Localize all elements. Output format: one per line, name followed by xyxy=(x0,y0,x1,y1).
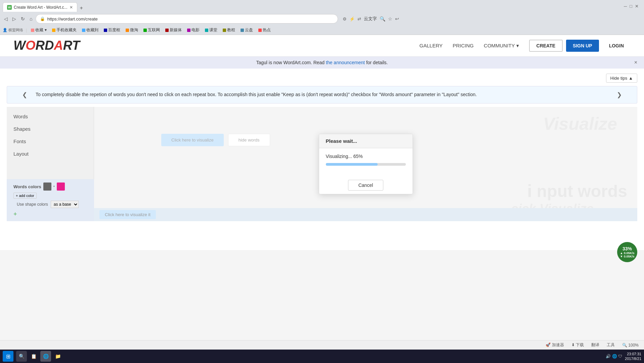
bookmark-cloud[interactable]: 云盘 xyxy=(239,27,254,34)
color-swatch-gray[interactable] xyxy=(43,183,51,191)
fonts-tab[interactable]: Fonts xyxy=(7,135,94,148)
bookmark-icon-weitao xyxy=(126,29,129,32)
left-panel: Words Shapes Fonts Layout Words colors • xyxy=(7,107,94,221)
zoom-level: 🔍 100% xyxy=(620,342,641,348)
new-tab-button[interactable]: + xyxy=(77,4,86,12)
community-link[interactable]: COMMUNITY ▾ xyxy=(484,43,519,49)
bookmark-newmedia[interactable]: 新媒体 xyxy=(164,27,183,34)
color-dot: • xyxy=(53,184,55,189)
add-color-btn[interactable]: + add color xyxy=(13,193,37,199)
close-announcement-btn[interactable]: × xyxy=(634,59,637,66)
bookmark-icon-cloud xyxy=(241,29,244,32)
search-icon[interactable]: 🔍 xyxy=(380,16,385,22)
window-controls: ─ □ ✕ xyxy=(624,4,639,9)
close-btn[interactable]: ✕ xyxy=(635,4,639,9)
bookmark-internet[interactable]: 互联网 xyxy=(142,27,161,34)
shape-colors-row: Use shape colors as a base xyxy=(13,201,87,208)
tab-close-btn[interactable]: ✕ xyxy=(70,5,73,10)
main-content: Hide tips ▲ ❮ To completely disable the … xyxy=(0,69,644,228)
taskbar-explorer[interactable]: 📁 xyxy=(52,351,63,362)
bookmark-save[interactable]: 收藏到 xyxy=(81,27,100,34)
modal-box: Please wait... Visualizing... 65% Cancel xyxy=(319,134,413,194)
tip-box: ❮ To completely disable the repetion of … xyxy=(7,86,637,104)
history-icon[interactable]: ↩ xyxy=(395,16,399,22)
modal-overlay: Please wait... Visualizing... 65% Cancel xyxy=(94,107,637,221)
network-speed-up: ▲ 0.05K/s xyxy=(620,251,635,255)
add-color-icon[interactable]: + xyxy=(13,211,17,217)
bookmark-icon-newmedia xyxy=(165,29,169,32)
browser-toolbar: ◁ ▷ ↻ ⌂ 🔒 https://wordart.com/create ⚙ ⚡… xyxy=(0,12,644,26)
logo-w: W xyxy=(13,38,26,53)
network-speed-down: ▼ 0.05K/s xyxy=(620,255,635,258)
announcement-link[interactable]: the announcement xyxy=(326,60,365,65)
create-button[interactable]: CREATE xyxy=(529,40,563,52)
logo-r: R xyxy=(35,38,44,53)
maximize-btn[interactable]: □ xyxy=(630,4,632,9)
bookmark-hot[interactable]: 热点 xyxy=(257,27,272,34)
bookmark-mobile[interactable]: 手机收藏夹 xyxy=(51,27,78,34)
announcement-bar: Tagul is now WordArt.com. Read the annou… xyxy=(0,56,644,69)
layout-tab[interactable]: Layout xyxy=(7,148,94,160)
bookmark-icon-hot xyxy=(258,29,262,32)
color-swatch-pink[interactable] xyxy=(57,183,65,191)
download-btn[interactable]: ⬇ 下载 xyxy=(569,341,586,349)
forward-btn[interactable]: ▷ xyxy=(11,15,17,23)
extensions-icon: ⚙ xyxy=(343,16,347,22)
sync-icon: ⇄ xyxy=(357,16,361,22)
gallery-link[interactable]: GALLERY xyxy=(420,43,443,48)
tools-btn[interactable]: 工具 xyxy=(605,341,617,349)
bookmark-classroom[interactable]: 课堂 xyxy=(204,27,219,34)
browser-tab[interactable]: W Create Word Art - WordArt.c... ✕ xyxy=(3,2,77,12)
cloud-label: 云文字 xyxy=(364,16,377,22)
logo-d: D xyxy=(45,38,54,53)
hide-tips-button[interactable]: Hide tips ▲ xyxy=(606,74,637,83)
progress-bar-inner xyxy=(326,163,378,166)
tip-prev-btn[interactable]: ❮ xyxy=(20,91,29,98)
bookmark-weitao[interactable]: 微淘 xyxy=(124,27,139,34)
bookmark-baidu[interactable]: 百度框 xyxy=(102,27,122,34)
pricing-link[interactable]: PRICING xyxy=(453,43,474,48)
words-colors-label: Words colors xyxy=(13,184,41,189)
announcement-text: Tagul is now WordArt.com. Read the annou… xyxy=(256,60,388,65)
site-header: W O R D A RT GALLERY PRICING COMMUNITY ▾… xyxy=(0,35,644,56)
header-buttons: CREATE SIGN UP LOGIN xyxy=(529,40,631,52)
start-button[interactable]: ⊞ xyxy=(3,351,13,362)
taskbar-browser[interactable]: 🌐 xyxy=(40,351,51,362)
bookmark-shoucang[interactable]: 收藏 ▾ xyxy=(30,27,48,34)
login-button[interactable]: LOGIN xyxy=(602,40,631,52)
bookmark-tutorial[interactable]: 教程 xyxy=(221,27,237,34)
bookmark-icon-shoucang xyxy=(31,29,34,32)
accelerator-btn[interactable]: 🚀 加速器 xyxy=(544,341,566,349)
minimize-btn[interactable]: ─ xyxy=(624,4,627,9)
taskbar-search[interactable]: 🔍 xyxy=(16,351,27,362)
back-btn[interactable]: ◁ xyxy=(3,15,9,23)
hide-tips-label: Hide tips xyxy=(610,76,628,81)
home-btn[interactable]: ⌂ xyxy=(28,15,34,23)
logo[interactable]: W O R D A RT xyxy=(13,38,80,53)
signup-button[interactable]: SIGN UP xyxy=(566,40,599,52)
bookmark-icon-tutorial xyxy=(223,29,226,32)
bookmark-icon[interactable]: ☆ xyxy=(388,16,392,22)
tip-text: To completely disable the repetion of wo… xyxy=(36,91,608,98)
bookmark-movie[interactable]: 电影 xyxy=(186,27,201,34)
bookmark-icon-internet xyxy=(143,29,147,32)
taskbar-cortana[interactable]: 📋 xyxy=(28,351,39,362)
words-colors-section: Words colors • + add color Use shape col… xyxy=(7,179,94,221)
refresh-btn[interactable]: ↻ xyxy=(19,15,26,23)
shape-select[interactable]: as a base xyxy=(51,201,79,208)
bookmarks-bar: 👤 横盟网络 | 收藏 ▾ 手机收藏夹 收藏到 百度框 微淘 互联网 新媒体 xyxy=(0,26,644,35)
browser-titlebar: W Create Word Art - WordArt.c... ✕ + ─ □… xyxy=(0,0,644,12)
shapes-tab[interactable]: Shapes xyxy=(7,123,94,135)
hide-tips-arrow: ▲ xyxy=(629,76,633,81)
tip-next-btn[interactable]: ❯ xyxy=(615,91,624,98)
address-bar[interactable]: 🔒 https://wordart.com/create xyxy=(36,14,338,24)
words-tab[interactable]: Words xyxy=(7,110,94,123)
bookmark-icon-save xyxy=(82,29,85,32)
translate-btn[interactable]: 翻译 xyxy=(589,341,601,349)
modal-status-text: Visualizing... 65% xyxy=(326,154,406,159)
modal-cancel-btn[interactable]: Cancel xyxy=(348,180,384,191)
lightning-icon: ⚡ xyxy=(349,16,355,22)
bookmark-icon-mobile xyxy=(52,29,55,32)
network-pct: 33% xyxy=(622,246,632,251)
taskbar-date: 2017/8/21 xyxy=(625,356,641,361)
